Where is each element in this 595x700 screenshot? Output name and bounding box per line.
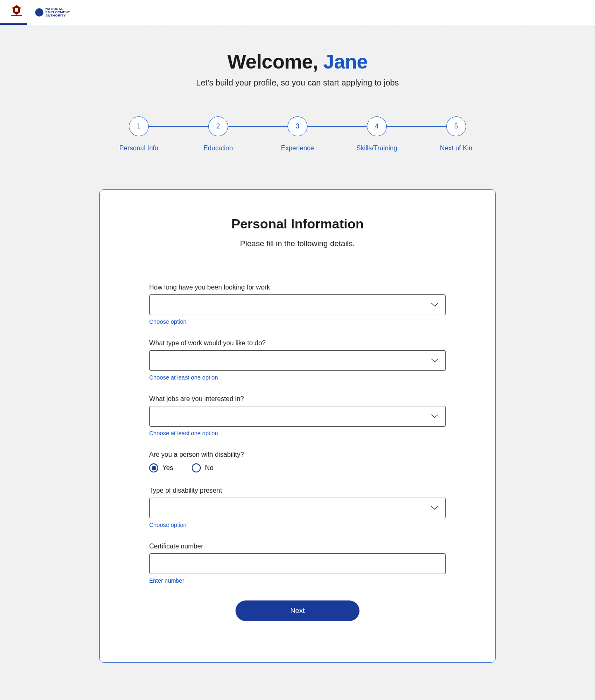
- step-label: Education: [203, 145, 233, 152]
- field-jobs-interest: What jobs are you interested in? Choose …: [149, 395, 446, 437]
- coat-of-arms-icon: [9, 4, 24, 21]
- step-circle: 2: [208, 116, 228, 136]
- card-subtitle: Please fill in the following details.: [116, 239, 479, 248]
- page-subtitle: Let's build your profile, so you can sta…: [99, 78, 496, 88]
- card-header: Personal Information Please fill in the …: [100, 190, 495, 265]
- jobs-interest-select[interactable]: [149, 406, 446, 427]
- field-disability: Are you a person with disability? Yes No: [149, 451, 446, 472]
- field-hint: Choose option: [149, 522, 446, 528]
- step-next-of-kin[interactable]: 5 Next of Kin: [416, 116, 496, 152]
- step-circle: 1: [129, 116, 149, 136]
- step-connector: [139, 126, 218, 127]
- field-work-duration: How long have you been looking for work …: [149, 284, 446, 325]
- step-label: Next of Kin: [440, 145, 472, 152]
- step-circle: 5: [446, 116, 466, 136]
- field-label: Certificate number: [149, 543, 446, 550]
- radio-label: No: [205, 464, 213, 472]
- nea-logo-text: NATIONAL EMPLOYMENT AUTHORITY: [45, 7, 70, 17]
- nea-logo-icon: [35, 8, 43, 17]
- select-wrap: [149, 498, 446, 518]
- field-label: Are you a person with disability?: [149, 451, 446, 458]
- certificate-number-input[interactable]: [149, 553, 446, 574]
- field-label: Type of disability present: [149, 487, 446, 494]
- radio-button-icon: [149, 463, 158, 472]
- form-card: Personal Information Please fill in the …: [99, 189, 496, 663]
- field-work-type: What type of work would you like to do? …: [149, 339, 446, 381]
- work-type-select[interactable]: [149, 350, 446, 371]
- step-circle: 3: [288, 116, 307, 136]
- step-connector: [218, 126, 298, 127]
- step-personal-info[interactable]: 1 Personal Info: [99, 116, 178, 152]
- step-experience[interactable]: 3 Experience: [258, 116, 337, 152]
- stepper: 1 Personal Info 2 Education 3 Experience…: [99, 116, 496, 152]
- field-hint: Choose option: [149, 318, 446, 325]
- logo-group: NATIONAL EMPLOYMENT AUTHORITY: [8, 4, 70, 21]
- header-bar: NATIONAL EMPLOYMENT AUTHORITY: [0, 0, 595, 25]
- field-disability-type: Type of disability present Choose option: [149, 487, 446, 528]
- step-connector: [298, 126, 377, 127]
- field-label: What jobs are you interested in?: [149, 395, 446, 403]
- step-education[interactable]: 2 Education: [178, 116, 258, 152]
- select-wrap: [149, 350, 446, 371]
- field-hint: Choose at least one option: [149, 374, 446, 381]
- field-hint: Enter number: [149, 577, 446, 584]
- radio-disability-no[interactable]: No: [192, 463, 213, 472]
- radio-selected-icon: [152, 466, 156, 470]
- next-button[interactable]: Next: [236, 600, 359, 621]
- page-title: Welcome, Jane: [99, 50, 496, 73]
- disability-type-select[interactable]: [149, 498, 446, 518]
- work-duration-select[interactable]: [149, 294, 446, 315]
- step-connector: [377, 126, 456, 127]
- step-circle: 4: [367, 116, 387, 136]
- kenya-logo: [8, 4, 25, 21]
- card-title: Personal Information: [116, 216, 479, 232]
- select-wrap: [149, 294, 446, 315]
- svg-rect-0: [11, 15, 22, 16]
- step-skills-training[interactable]: 4 Skills/Training: [337, 116, 416, 152]
- field-label: How long have you been looking for work: [149, 284, 446, 291]
- welcome-prefix: Welcome,: [227, 51, 323, 73]
- field-label: What type of work would you like to do?: [149, 339, 446, 347]
- radio-label: Yes: [162, 464, 173, 472]
- radio-disability-yes[interactable]: Yes: [149, 463, 173, 472]
- field-hint: Choose at least one option: [149, 430, 446, 437]
- welcome-name: Jane: [323, 51, 367, 73]
- nea-logo: NATIONAL EMPLOYMENT AUTHORITY: [35, 7, 70, 17]
- field-certificate-number: Certificate number Enter number: [149, 543, 446, 584]
- step-label: Skills/Training: [357, 145, 397, 152]
- step-label: Personal Info: [119, 145, 158, 152]
- step-label: Experience: [281, 145, 314, 152]
- radio-group: Yes No: [149, 463, 446, 472]
- page-gradient: [0, 25, 595, 30]
- page-container: Welcome, Jane Let's build your profile, …: [91, 30, 504, 700]
- select-wrap: [149, 406, 446, 427]
- radio-button-icon: [192, 463, 201, 472]
- form-area: How long have you been looking for work …: [100, 265, 495, 621]
